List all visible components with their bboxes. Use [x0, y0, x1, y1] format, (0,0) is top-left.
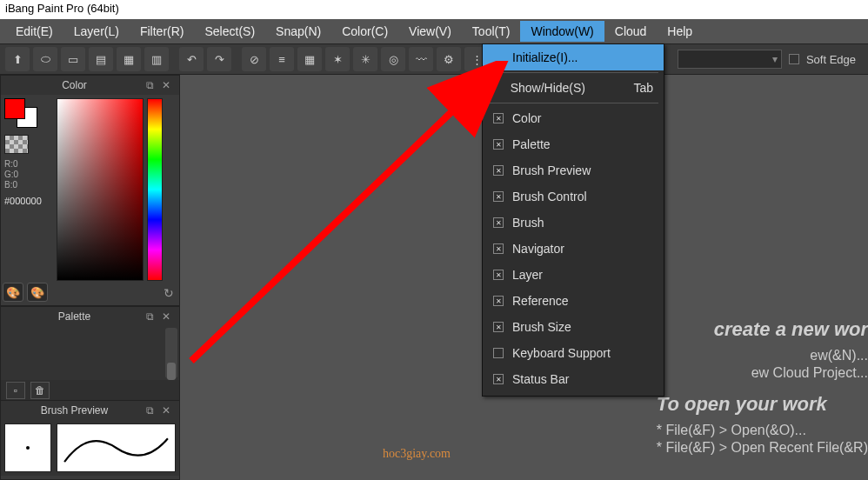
palette-panel: Palette ⧉ ✕ ▫ 🗑 [0, 306, 180, 400]
app-title: iBang Paint Pro (64bit) [5, 2, 119, 15]
palette-bar-icon[interactable]: 🎨 [27, 283, 48, 302]
menu-brush[interactable]: ✕Brush [483, 210, 664, 236]
palette-panel-title: Palette [58, 310, 90, 323]
color-panel-header[interactable]: Color ⧉ ✕ [1, 76, 179, 95]
undo-icon[interactable]: ↶ [179, 47, 204, 71]
soft-edge-label: Soft Edge [806, 53, 856, 66]
snap-parallel-icon[interactable]: ≡ [270, 47, 294, 71]
toolbar: ⬆ ⬭ ▭ ▤ ▦ ▥ ↶ ↷ ⊘ ≡ ▦ ✶ ✳ ◎ 〰 ⚙ ⋮ ▾ Soft… [0, 43, 868, 75]
watermark: hoc3giay.com [383, 447, 451, 461]
tool-split-icon[interactable]: ▥ [144, 47, 169, 71]
snap-config-icon[interactable]: ⚙ [437, 47, 461, 71]
palette-body[interactable] [1, 326, 179, 380]
hue-slider[interactable] [147, 98, 163, 281]
color-field[interactable] [57, 98, 144, 281]
transparent-swatch[interactable] [4, 135, 29, 154]
menu-status-bar[interactable]: ✕Status Bar [483, 366, 664, 392]
delete-palette-icon[interactable]: 🗑 [30, 382, 50, 399]
tool-panels-icon[interactable]: ▦ [117, 47, 141, 71]
tool-doc-icon[interactable]: ▤ [89, 47, 113, 71]
palette-panel-header[interactable]: Palette ⧉ ✕ [1, 307, 179, 326]
refresh-icon[interactable]: ↻ [164, 286, 174, 300]
menu-color[interactable]: Color(C) [331, 21, 398, 42]
brush-preview-header[interactable]: Brush Preview ⧉ ✕ [1, 401, 179, 420]
menu-view[interactable]: View(V) [398, 21, 462, 42]
brush-preview-title: Brush Preview [41, 404, 108, 417]
menu-help[interactable]: Help [657, 21, 703, 42]
menu-select[interactable]: Select(S) [194, 21, 265, 42]
palette-wheel-icon[interactable]: 🎨 [3, 283, 23, 302]
menu-brush-preview[interactable]: ✕Brush Preview [483, 157, 664, 183]
brush-preview-panel: Brush Preview ⧉ ✕ [0, 400, 180, 480]
color-panel: Color ⧉ ✕ R:0 G:0 B:0 #000000 🎨 🎨 ↻ [0, 75, 180, 306]
menu-bar: Edit(E) Layer(L) Filter(R) Select(S) Sna… [0, 19, 868, 43]
menu-palette[interactable]: ✕Palette [483, 131, 664, 157]
menu-brush-control[interactable]: ✕Brush Control [483, 183, 664, 210]
brush-stroke-preview [57, 423, 176, 472]
snap-grid-icon[interactable]: ▦ [297, 47, 322, 71]
welcome-text: create a new wor ew(&N)... ew Cloud Proj… [657, 318, 868, 457]
snap-radial-icon[interactable]: ✳ [353, 47, 377, 71]
title-bar: iBang Paint Pro (64bit) [0, 0, 868, 19]
tool-speech-icon[interactable]: ▭ [61, 47, 85, 71]
menu-cloud[interactable]: Cloud [604, 21, 658, 42]
menu-show-hide[interactable]: Show/Hide(S)Tab [483, 75, 664, 101]
menu-tool[interactable]: Tool(T) [462, 21, 521, 42]
close-icon[interactable]: ✕ [162, 79, 174, 91]
hex-readout: #000000 [4, 196, 53, 206]
redo-icon[interactable]: ↷ [207, 47, 231, 71]
menu-snap[interactable]: Snap(N) [265, 21, 331, 42]
soft-edge-checkbox[interactable] [789, 54, 799, 64]
snap-circle-icon[interactable]: ◎ [381, 47, 405, 71]
menu-window[interactable]: Window(W) [520, 21, 604, 42]
brush-tip-preview [4, 423, 51, 472]
menu-filter[interactable]: Filter(R) [130, 21, 195, 42]
close-icon[interactable]: ✕ [162, 310, 174, 323]
tool-ellipse-icon[interactable]: ⬭ [33, 47, 57, 71]
rgb-readout: R:0 G:0 B:0 [4, 159, 53, 190]
tool-upload-icon[interactable]: ⬆ [5, 47, 30, 71]
color-panel-title: Color [62, 79, 87, 91]
snap-off-icon[interactable]: ⊘ [242, 47, 266, 71]
menu-layer[interactable]: Layer(L) [63, 21, 130, 42]
foreground-color-swatch[interactable] [4, 98, 25, 119]
menu-brush-size[interactable]: ✕Brush Size [483, 314, 664, 340]
menu-layer[interactable]: ✕Layer [483, 262, 664, 288]
window-menu-dropdown: Initialize(I)... Show/Hide(S)Tab ✕Color … [482, 43, 664, 397]
menu-edit[interactable]: Edit(E) [5, 21, 63, 42]
menu-keyboard-support[interactable]: Keyboard Support [483, 340, 664, 366]
menu-color[interactable]: ✕Color [483, 105, 664, 131]
snap-perspective-icon[interactable]: ✶ [325, 47, 350, 71]
color-swatch[interactable] [4, 98, 39, 130]
close-icon[interactable]: ✕ [162, 404, 174, 417]
scrollbar[interactable] [165, 328, 177, 378]
menu-initialize[interactable]: Initialize(I)... [483, 44, 664, 70]
toolbar-combo[interactable]: ▾ [678, 50, 782, 69]
popout-icon[interactable]: ⧉ [146, 79, 158, 91]
popout-icon[interactable]: ⧉ [146, 404, 158, 417]
menu-reference[interactable]: ✕Reference [483, 288, 664, 314]
popout-icon[interactable]: ⧉ [146, 310, 158, 323]
menu-navigator[interactable]: ✕Navigator [483, 236, 664, 262]
add-palette-icon[interactable]: ▫ [6, 382, 25, 399]
snap-curve-icon[interactable]: 〰 [409, 47, 433, 71]
